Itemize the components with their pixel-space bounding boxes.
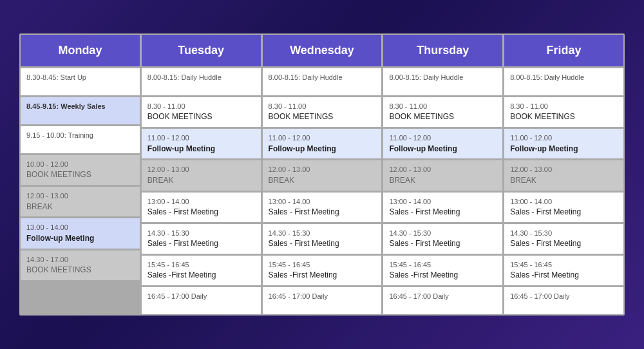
list-item: 14.30 - 15:30 Sales - First Meeting [504, 224, 623, 254]
header-thursday: Thursday [383, 35, 502, 66]
list-item: 13:00 - 14.00 Sales - First Meeting [142, 193, 261, 222]
list-item: 13:00 - 14.00 Sales - First Meeting [263, 193, 382, 222]
list-item: 13:00 - 14.00 Sales - First Meeting [504, 193, 623, 222]
list-item: 8.00-8.15: Daily Huddle [383, 68, 502, 95]
col-thursday: 8.00-8.15: Daily Huddle 8.30 - 11.00 BOO… [383, 68, 502, 314]
header-wednesday: Wednesday [263, 35, 382, 66]
list-item: 12.00 - 13.00 BREAK [383, 160, 502, 190]
list-item: 11.00 - 12.00 Follow-up Meeting [142, 129, 261, 158]
list-item: 13:00 - 14.00 Sales - First Meeting [383, 193, 502, 222]
list-item: 12.00 - 13.00 BREAK [263, 160, 382, 190]
list-item: 11.00 - 12.00 Follow-up Meeting [263, 129, 382, 158]
list-item: 16:45 - 17:00 Daily [263, 287, 382, 314]
list-item: 15:45 - 16:45 Sales -First Meeting [383, 256, 502, 285]
list-item: 8.00-8.15: Daily Huddle [263, 68, 382, 95]
list-item: 15:45 - 16:45 Sales -First Meeting [263, 256, 382, 285]
list-item: 11.00 - 12.00 Follow-up Meeting [504, 129, 623, 158]
list-item: 8.30 - 11.00 BOOK MEETINGS [383, 97, 502, 127]
header-monday: Monday [21, 35, 140, 66]
list-item: 8.30 - 11.00 BOOK MEETINGS [142, 97, 261, 127]
col-wednesday: 8.00-8.15: Daily Huddle 8.30 - 11.00 BOO… [263, 68, 382, 314]
col-tuesday: 8.00-8.15: Daily Huddle 8.30 - 11.00 BOO… [142, 68, 261, 314]
list-item: 12.00 - 13.00 BREAK [21, 187, 140, 216]
list-item: 12.00 - 13.00 BREAK [142, 160, 261, 190]
list-item: 16:45 - 17:00 Daily [142, 287, 261, 314]
list-item: 14.30 - 15:30 Sales - First Meeting [263, 224, 382, 254]
list-item: 14.30 - 15:30 Sales - First Meeting [142, 224, 261, 254]
list-item: 15:45 - 16:45 Sales -First Meeting [142, 256, 261, 285]
list-item: 16:45 - 17:00 Daily [504, 287, 623, 314]
col-monday: 8.30-8.45: Start Up 8.45-9.15: Weekly Sa… [21, 68, 140, 314]
list-item: 14.30 - 17.00 BOOK MEETINGS [21, 250, 140, 280]
list-item: 12.00 - 13.00 BREAK [504, 160, 623, 190]
calendar-grid: Monday Tuesday Wednesday Thursday Friday… [19, 33, 625, 316]
header-friday: Friday [504, 35, 623, 66]
list-item: 9.15 - 10.00: Training [21, 126, 140, 153]
list-item: 8.00-8.15: Daily Huddle [504, 68, 623, 95]
list-item: 8.00-8.15: Daily Huddle [142, 68, 261, 95]
list-item: 16:45 - 17:00 Daily [383, 287, 502, 314]
col-friday: 8.00-8.15: Daily Huddle 8.30 - 11.00 BOO… [504, 68, 623, 314]
list-item: 10.00 - 12.00 BOOK MEETINGS [21, 155, 140, 185]
list-item: 8.30 - 11.00 BOOK MEETINGS [504, 97, 623, 127]
list-item: 14.30 - 15:30 Sales - First Meeting [383, 224, 502, 254]
calendar-container: Monday Tuesday Wednesday Thursday Friday… [13, 27, 631, 322]
list-item: 11.00 - 12.00 Follow-up Meeting [383, 129, 502, 158]
header-tuesday: Tuesday [142, 35, 261, 66]
list-item: 15:45 - 16:45 Sales -First Meeting [504, 256, 623, 285]
list-item: 13.00 - 14.00 Follow-up Meeting [21, 218, 140, 248]
list-item: 8.30 - 11.00 BOOK MEETINGS [263, 97, 382, 127]
list-item: 8.45-9.15: Weekly Sales [21, 97, 140, 124]
list-item: 8.30-8.45: Start Up [21, 68, 140, 95]
